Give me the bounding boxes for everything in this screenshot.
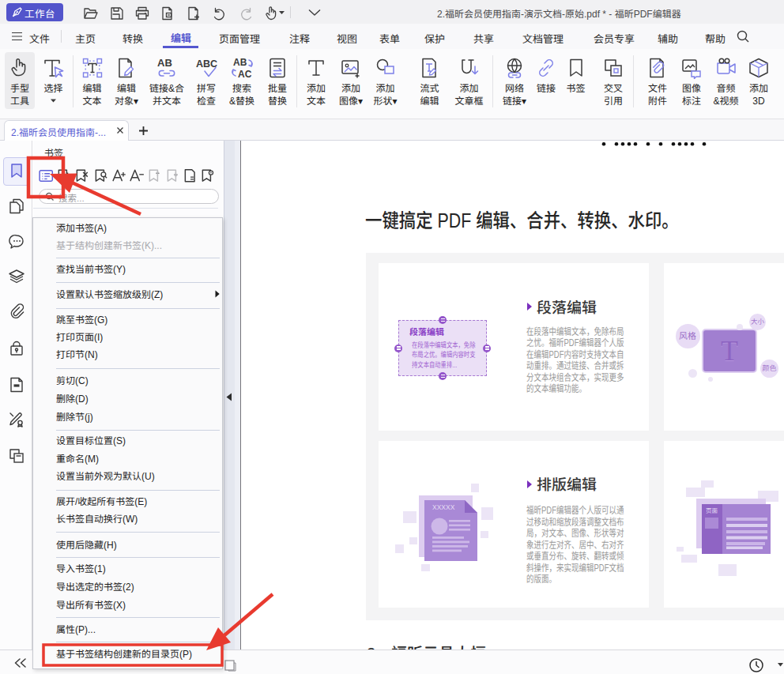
svg-text:XXXXX: XXXXX: [432, 503, 455, 511]
svg-text:页面: 页面: [706, 507, 718, 514]
svg-text:AC: AC: [238, 69, 252, 79]
svg-text:ABC: ABC: [196, 58, 217, 70]
svg-text:AB: AB: [233, 57, 247, 68]
svg-text:AB: AB: [157, 57, 172, 69]
